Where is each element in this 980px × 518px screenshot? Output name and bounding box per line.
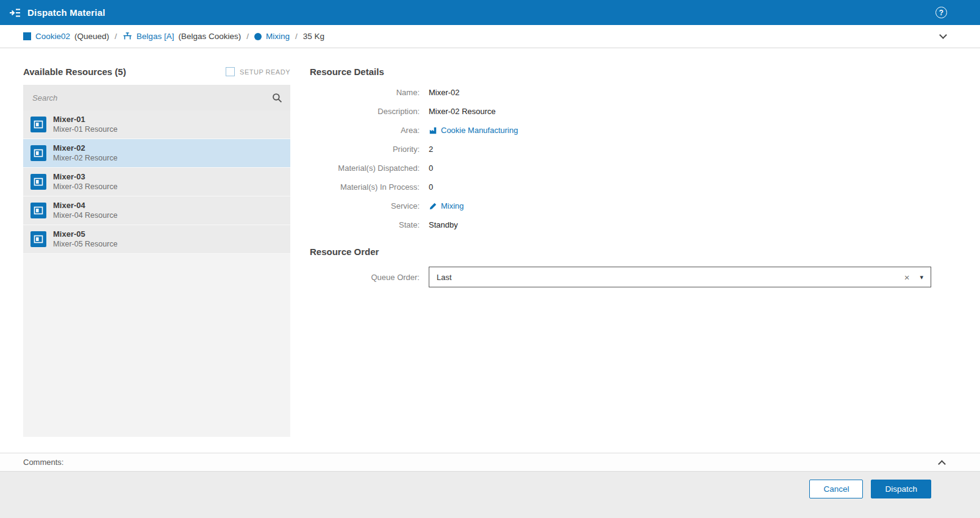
equipment-description: (Belgas Cookies) bbox=[178, 32, 241, 41]
chevron-up-icon[interactable] bbox=[938, 460, 946, 468]
field-label: Material(s) In Process: bbox=[310, 182, 429, 192]
caret-down-icon[interactable]: ▾ bbox=[920, 273, 923, 281]
resource-description: Mixer-04 Resource bbox=[53, 211, 118, 220]
breadcrumb-collapse-control[interactable] bbox=[940, 35, 946, 38]
resource-list-item[interactable]: Mixer-04 Mixer-04 Resource bbox=[23, 196, 290, 225]
resource-list-item[interactable]: Mixer-03 Mixer-03 Resource bbox=[23, 168, 290, 196]
resource-icon bbox=[30, 231, 46, 247]
material-state: (Queued) bbox=[74, 32, 109, 41]
available-resources-header: Available Resources (5) SETUP READY bbox=[23, 67, 290, 77]
service-icon bbox=[429, 202, 437, 210]
dispatch-button[interactable]: Dispatch bbox=[871, 480, 931, 498]
field-label: Area: bbox=[310, 126, 429, 135]
field-value: 0 bbox=[429, 164, 433, 173]
resource-text: Mixer-04 Mixer-04 Resource bbox=[53, 201, 118, 220]
comments-label: Comments: bbox=[23, 458, 63, 467]
queue-order-select[interactable]: Last × ▾ bbox=[429, 267, 931, 287]
resource-list-item[interactable]: Mixer-05 Mixer-05 Resource bbox=[23, 225, 290, 254]
resource-text: Mixer-05 Mixer-05 Resource bbox=[53, 229, 118, 249]
field-label: State: bbox=[310, 220, 429, 229]
detail-row-materials-in-process: Material(s) In Process: 0 bbox=[310, 180, 931, 194]
detail-row-name: Name: Mixer-02 bbox=[310, 85, 931, 99]
resource-description: Mixer-01 Resource bbox=[53, 125, 118, 134]
field-value: 2 bbox=[429, 145, 433, 154]
setup-ready-checkbox[interactable] bbox=[226, 67, 235, 76]
clear-icon[interactable]: × bbox=[904, 273, 910, 282]
field-value: Cookie Manufacturing bbox=[429, 126, 518, 135]
dispatch-material-icon bbox=[9, 7, 21, 19]
detail-row-state: State: Standby bbox=[310, 218, 931, 232]
breadcrumb-equipment: Belgas [A] (Belgas Cookies) bbox=[123, 32, 241, 41]
help-icon[interactable]: ? bbox=[935, 7, 947, 18]
area-icon bbox=[429, 126, 437, 135]
resource-details-fields: Name: Mixer-02 Description: Mixer-02 Res… bbox=[310, 85, 931, 232]
detail-row-area: Area: Cookie Manufacturing bbox=[310, 123, 931, 137]
resource-icon bbox=[30, 203, 46, 218]
resource-description: Mixer-02 Resource bbox=[53, 154, 118, 163]
field-label: Priority: bbox=[310, 145, 429, 154]
detail-row-priority: Priority: 2 bbox=[310, 142, 931, 156]
area-link[interactable]: Cookie Manufacturing bbox=[441, 126, 518, 135]
cancel-button[interactable]: Cancel bbox=[809, 480, 863, 498]
setup-ready-label: SETUP READY bbox=[240, 68, 290, 76]
resource-list-item[interactable]: Mixer-02 Mixer-02 Resource bbox=[23, 139, 290, 168]
resource-order-section: Resource Order Queue Order: Last × ▾ bbox=[310, 246, 931, 287]
dispatch-material-dialog: Dispatch Material ? Cookie02 (Queued) / … bbox=[0, 0, 980, 518]
resource-text: Mixer-03 Mixer-03 Resource bbox=[53, 172, 118, 192]
breadcrumb-separator: / bbox=[115, 32, 117, 41]
setup-ready-control: SETUP READY bbox=[226, 67, 290, 76]
resource-text: Mixer-02 Mixer-02 Resource bbox=[53, 143, 118, 163]
equipment-link[interactable]: Belgas [A] bbox=[137, 32, 174, 41]
resource-details-section: Resource Details Name: Mixer-02 Descript… bbox=[310, 67, 931, 453]
resource-details-title: Resource Details bbox=[310, 67, 931, 77]
comments-expand-control[interactable] bbox=[939, 458, 945, 467]
search-icon[interactable] bbox=[272, 93, 282, 103]
queue-order-label: Queue Order: bbox=[310, 273, 429, 282]
field-value: Mixer-02 bbox=[429, 88, 460, 97]
resource-name: Mixer-04 bbox=[53, 201, 118, 210]
available-resources-title: Available Resources (5) bbox=[23, 67, 126, 77]
step-link[interactable]: Mixing bbox=[266, 32, 290, 41]
material-icon bbox=[23, 32, 31, 40]
resource-icon bbox=[30, 174, 46, 190]
material-link[interactable]: Cookie02 bbox=[35, 32, 70, 41]
breadcrumb-separator: / bbox=[295, 32, 298, 41]
breadcrumb-step: Mixing bbox=[254, 32, 290, 41]
breadcrumb-separator: / bbox=[246, 32, 249, 41]
field-value: Mixer-02 Resource bbox=[429, 107, 496, 116]
detail-row-service: Service: Mixing bbox=[310, 199, 931, 213]
breadcrumb-material: Cookie02 (Queued) bbox=[23, 32, 109, 41]
equipment-icon bbox=[123, 32, 132, 41]
detail-row-description: Description: Mixer-02 Resource bbox=[310, 104, 931, 118]
field-label: Material(s) Dispatched: bbox=[310, 164, 429, 173]
step-icon bbox=[254, 33, 262, 40]
service-link[interactable]: Mixing bbox=[441, 201, 464, 210]
resources-panel: Mixer-01 Mixer-01 Resource bbox=[23, 85, 290, 437]
page-title: Dispatch Material bbox=[27, 7, 106, 18]
resource-name: Mixer-05 bbox=[53, 229, 118, 239]
queue-order-row: Queue Order: Last × ▾ bbox=[310, 267, 931, 287]
field-value: Mixing bbox=[429, 201, 464, 210]
resource-icon bbox=[30, 145, 46, 161]
detail-row-materials-dispatched: Material(s) Dispatched: 0 bbox=[310, 161, 931, 175]
resource-icon bbox=[30, 117, 46, 132]
main-content: Available Resources (5) SETUP READY bbox=[0, 48, 980, 453]
resource-list-item[interactable]: Mixer-01 Mixer-01 Resource bbox=[23, 110, 290, 139]
resource-description: Mixer-03 Resource bbox=[53, 182, 118, 192]
field-label: Description: bbox=[310, 107, 429, 116]
search-input[interactable] bbox=[31, 93, 272, 103]
footer-bar: Cancel Dispatch bbox=[0, 472, 980, 518]
resource-order-title: Resource Order bbox=[310, 246, 931, 257]
resource-search-bar bbox=[23, 85, 290, 110]
resource-name: Mixer-03 bbox=[53, 172, 118, 182]
select-controls: × ▾ bbox=[904, 273, 923, 282]
resource-name: Mixer-02 bbox=[53, 143, 118, 153]
field-label: Name: bbox=[310, 88, 429, 97]
chevron-down-icon[interactable] bbox=[939, 31, 947, 39]
comments-bar[interactable]: Comments: bbox=[0, 453, 980, 472]
resource-name: Mixer-01 bbox=[53, 115, 118, 124]
field-value: Standby bbox=[429, 220, 458, 229]
breadcrumb: Cookie02 (Queued) / Belgas [A] (Belgas C… bbox=[0, 25, 980, 48]
header-bar: Dispatch Material ? bbox=[0, 0, 980, 25]
available-resources-section: Available Resources (5) SETUP READY bbox=[23, 67, 290, 453]
